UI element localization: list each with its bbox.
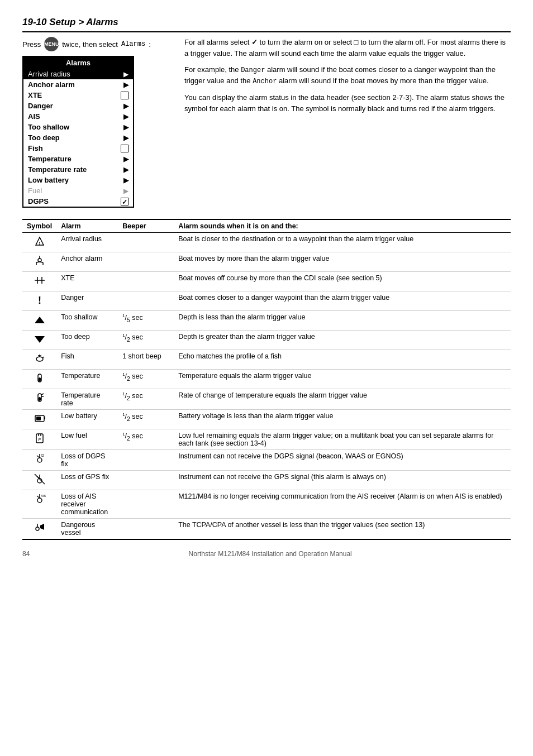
alarm-name: Loss of DGPS fix <box>56 450 118 471</box>
arrow-icon: ▶ <box>123 155 129 163</box>
alarm-description: Depth is less than the alarm trigger val… <box>174 311 511 331</box>
menu-item-ais[interactable]: AIS ▶ <box>23 111 133 122</box>
svg-text:!: ! <box>38 295 41 306</box>
table-row: Too shallow 1/5 sec Depth is less than t… <box>22 311 511 331</box>
menu-item-temperature-rate[interactable]: Temperature rate ▶ <box>23 164 133 175</box>
symbol-cell <box>22 350 56 370</box>
symbol-cell: AIS <box>22 490 56 519</box>
menu-item-arrival-radius[interactable]: Arrival radius ▶ <box>23 69 133 79</box>
beeper-value <box>118 291 174 311</box>
menu-item-fish[interactable]: Fish <box>23 143 133 154</box>
symbol-cell <box>22 311 56 331</box>
menu-item-label: XTE <box>28 91 42 99</box>
menu-item-low-battery[interactable]: Low battery ▶ <box>23 175 133 185</box>
svg-point-45 <box>36 527 39 530</box>
svg-line-5 <box>36 262 40 262</box>
table-row: XTE Boat moves off course by more than t… <box>22 272 511 291</box>
menu-item-danger[interactable]: Danger ▶ <box>23 101 133 111</box>
col-description: Alarm sounds when it is on and the: <box>174 219 511 233</box>
footer-center-text: Northstar M121/M84 Installation and Oper… <box>189 550 352 558</box>
menu-item-label: Danger <box>28 102 53 110</box>
table-row: Loss of GPS fix Instrument can not recei… <box>22 471 511 490</box>
menu-item-temperature[interactable]: Temperature ▶ <box>23 154 133 164</box>
alarm-name: Anchor alarm <box>56 252 118 272</box>
table-row: AIS Loss of AIS receiver communication M… <box>22 490 511 519</box>
menu-item-label: Low battery <box>28 176 69 184</box>
alarm-name: Dangerous vessel <box>56 519 118 540</box>
beeper-value: 1 short beep <box>118 350 174 370</box>
svg-text:F: F <box>38 437 41 442</box>
table-row: F Low fuel 1/2 sec Low fuel remaining eq… <box>22 429 511 450</box>
footer-page-number: 84 <box>22 550 30 558</box>
svg-line-23 <box>41 394 44 395</box>
menu-item-xte[interactable]: XTE <box>23 90 133 101</box>
arrow-icon: ▶ <box>123 134 129 142</box>
description-para3: You can display the alarm status in the … <box>184 92 511 114</box>
beeper-value <box>118 450 174 471</box>
symbol-cell <box>22 410 56 429</box>
press-line: Press MENU twice, then select Alarms: <box>22 37 168 51</box>
menu-item-label: Too deep <box>28 133 60 142</box>
alarm-name: Loss of GPS fix <box>56 471 118 490</box>
menu-item-label: Fish <box>28 144 43 152</box>
menu-item-label: Temperature <box>28 155 72 163</box>
col-beeper: Beeper <box>118 219 174 233</box>
checkbox-checked-icon <box>121 198 129 205</box>
beeper-value: 1/2 sec <box>118 429 174 450</box>
menu-button-icon: MENU <box>44 37 59 51</box>
alarm-name: Loss of AIS receiver communication <box>56 490 118 519</box>
menu-item-dgps[interactable]: DGPS <box>23 196 133 207</box>
col-alarm: Alarm <box>56 219 118 233</box>
arrow-icon: ▶ <box>123 70 129 78</box>
top-section: Press MENU twice, then select Alarms: Al… <box>22 37 511 208</box>
symbol-cell: F <box>22 429 56 450</box>
svg-marker-13 <box>35 317 45 323</box>
svg-marker-47 <box>40 524 44 530</box>
arrow-icon: ▶ <box>123 102 129 110</box>
beeper-value <box>118 519 174 540</box>
alarm-name: Temperature <box>56 370 118 389</box>
menu-item-fuel[interactable]: Fuel ▶ <box>23 185 133 196</box>
symbol-cell <box>22 331 56 350</box>
table-row: Fish 1 short beep Echo matches the profi… <box>22 350 511 370</box>
checkbox-icon <box>121 92 129 99</box>
colon: : <box>149 40 151 49</box>
beeper-value <box>118 252 174 272</box>
description-para2: For example, the Danger alarm will sound… <box>184 64 511 87</box>
twice-text: twice, then select <box>62 40 118 49</box>
table-row: Too deep 1/2 sec Depth is greater than t… <box>22 331 511 350</box>
svg-marker-14 <box>35 336 45 343</box>
right-column: For all alarms select ✓ to turn the alar… <box>184 37 511 208</box>
svg-text:AIS: AIS <box>41 494 46 497</box>
alarm-name: Fish <box>56 350 118 370</box>
alarm-description: Instrument can not receive the GPS signa… <box>174 471 511 490</box>
arrow-icon: ▶ <box>123 123 129 131</box>
menu-item-too-deep[interactable]: Too deep ▶ <box>23 132 133 143</box>
symbol-cell <box>22 272 56 291</box>
beeper-value: 1/2 sec <box>118 331 174 350</box>
menu-item-anchor-alarm[interactable]: Anchor alarm ▶ <box>23 79 133 90</box>
alarm-description: Echo matches the profile of a fish <box>174 350 511 370</box>
alarms-menu-box: Alarms Arrival radius ▶ Anchor alarm ▶ X… <box>22 56 134 208</box>
menu-item-label: Too shallow <box>28 123 69 131</box>
left-column: Press MENU twice, then select Alarms: Al… <box>22 37 168 208</box>
menu-item-too-shallow[interactable]: Too shallow ▶ <box>23 122 133 132</box>
svg-line-6 <box>40 262 43 262</box>
svg-point-15 <box>36 357 43 361</box>
alarm-name: Too deep <box>56 331 118 350</box>
alarm-name: Too shallow <box>56 311 118 331</box>
arrow-icon: ▶ <box>123 113 129 121</box>
svg-rect-26 <box>36 417 41 420</box>
symbol-cell <box>22 252 56 272</box>
svg-rect-20 <box>39 377 41 381</box>
alarm-description: Depth is greater than the alarm trigger … <box>174 331 511 350</box>
alarm-description: Rate of change of temperature equals the… <box>174 389 511 410</box>
symbol-cell <box>22 370 56 389</box>
beeper-value <box>118 490 174 519</box>
symbol-cell <box>22 471 56 490</box>
alarm-description: Temperature equals the alarm trigger val… <box>174 370 511 389</box>
col-symbol: Symbol <box>22 219 56 233</box>
table-row: Arrival radius Boat is closer to the des… <box>22 233 511 252</box>
svg-line-18 <box>42 357 44 358</box>
page-title: 19-10 Setup > Alarms <box>22 17 511 32</box>
